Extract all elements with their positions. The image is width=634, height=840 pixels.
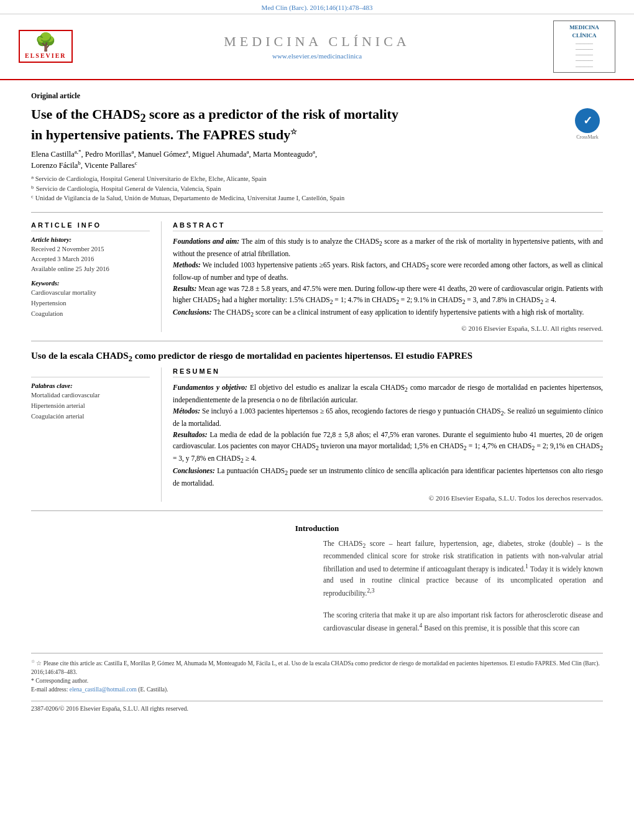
article-history-label: Article history: (31, 236, 150, 243)
authors: Elena Castillaa,*, Pedro Morillasa, Manu… (31, 149, 603, 170)
citation-bar: Med Clin (Barc). 2016;146(11):478–483 (0, 0, 634, 14)
keyword-3: Coagulation (31, 309, 150, 320)
star-footnote: ☆ ☆ Please cite this article as: Castill… (31, 658, 603, 677)
resumen-header: RESUMEN (173, 367, 603, 377)
affil-c: ᶜ Unidad de Vigilancia de la Salud, Unió… (31, 193, 603, 203)
journal-title: MEDICINA CLÍNICA (99, 34, 535, 50)
intro-right-col: The CHADS2 score – heart failure, hypert… (323, 538, 603, 634)
journal-url: www.elsevier.es/medicinaclinica (99, 52, 535, 60)
resultados-label: Resultados: (173, 431, 209, 438)
affil-a: ᵃ Servicio de Cardiología, Hospital Gene… (31, 174, 603, 184)
foundations-label: Foundations and aim: (173, 238, 242, 245)
badge-title: MEDICINACLÍNICA (556, 24, 612, 39)
article-title: Use of the CHADS2 score as a predictor o… (31, 106, 559, 144)
resumen-section: Palabras clave: Mortalidad cardiovascula… (31, 367, 603, 502)
keyword-2: Hypertension (31, 298, 150, 309)
title-section: Use of the CHADS2 score as a predictor o… (31, 106, 603, 144)
journal-header: 🌳 ELSEVIER MEDICINA CLÍNICA www.elsevier… (0, 14, 634, 80)
journal-title-center: MEDICINA CLÍNICA www.elsevier.es/medicin… (99, 34, 535, 60)
results-label: Results: (173, 285, 198, 292)
metodos-text: Se incluyó a 1.003 pacientes hipertensos… (173, 407, 603, 427)
elsevier-logo: 🌳 ELSEVIER (19, 30, 99, 63)
article-info-header: ARTICLE INFO (31, 221, 150, 231)
metodos-label: Métodos: (173, 407, 202, 415)
page: Med Clin (Barc). 2016;146(11):478–483 🌳 … (0, 0, 634, 840)
keyword-1: Cardiovascular mortality (31, 288, 150, 298)
conclusions-label: Conclusions: (173, 308, 214, 316)
intro-para2: The scoring criteria that make it up are… (323, 610, 603, 634)
medicina-clinica-badge: MEDICINACLÍNICA ––––––––––––––––––––––––… (553, 21, 615, 73)
abstract-text: Foundations and aim: The aim of this stu… (173, 236, 603, 320)
introduction-section: Introduction The CHADS2 score – heart fa… (31, 524, 603, 634)
accepted-date: Accepted 3 March 2016 (31, 254, 150, 264)
main-content: Original article Use of the CHADS2 score… (0, 80, 634, 723)
article-info-col: ARTICLE INFO Article history: Received 2… (31, 221, 162, 332)
email-footnote: E-mail address: elena_castilla@hotmail.c… (31, 685, 603, 694)
badge-lines: –––––––––––––––––––––––––––––––––––––––– (556, 41, 612, 69)
divider-2 (31, 341, 603, 341)
conclusiones-label: Conclusiones: (173, 467, 217, 474)
corresponding-footnote: * Corresponding author. (31, 676, 603, 685)
intro-title: Introduction (31, 524, 603, 533)
crossmark-badge: ✓ CrossMark (572, 108, 603, 140)
spanish-section: Uso de la escala CHADS2 como predictor d… (31, 350, 603, 502)
spanish-title: Uso de la escala CHADS2 como predictor d… (31, 350, 603, 364)
abstract-header: ABSTRACT (173, 221, 603, 231)
keywords-label: Keywords: (31, 280, 150, 287)
citation-text: Med Clin (Barc). 2016;146(11):478–483 (261, 4, 372, 11)
palabra-3: Coagulación arterial (31, 412, 150, 422)
crossmark-label: CrossMark (576, 134, 599, 140)
abstract-section: ARTICLE INFO Article history: Received 2… (31, 221, 603, 332)
spanish-copyright: © 2016 Elsevier España, S.L.U. Todos los… (173, 494, 603, 502)
palabras-col: Palabras clave: Mortalidad cardiovascula… (31, 367, 162, 502)
methods-text: We included 1003 hypertensive patients ≥… (173, 261, 603, 281)
resumen-col: RESUMEN Fundamentos y objetivo: El objet… (162, 367, 603, 502)
divider-3 (31, 510, 603, 511)
journal-badge-right: MEDICINACLÍNICA ––––––––––––––––––––––––… (535, 21, 615, 73)
intro-body: The CHADS2 score – heart failure, hypert… (31, 538, 603, 634)
elsevier-box: 🌳 ELSEVIER (19, 30, 73, 63)
divider-1 (31, 212, 603, 213)
issn-bar: 2387-0206/© 2016 Elsevier España, S.L.U.… (31, 701, 603, 712)
available-date: Available online 25 July 2016 (31, 264, 150, 274)
affil-b: ᵇ Servicio de Cardiología, Hospital Gene… (31, 184, 603, 194)
fundamentos-label: Fundamentos y objetivo: (173, 384, 250, 391)
intro-left-col (31, 538, 311, 634)
palabra-2: Hipertensión arterial (31, 401, 150, 412)
email-link[interactable]: elena_castilla@hotmail.com (70, 686, 137, 693)
elsevier-tree-icon: 🌳 (35, 34, 57, 51)
crossmark-icon: ✓ (575, 108, 600, 133)
resumen-text: Fundamentos y objetivo: El objetivo del … (173, 382, 603, 489)
affiliations: ᵃ Servicio de Cardiología, Hospital Gene… (31, 174, 603, 203)
elsevier-label: ELSEVIER (25, 52, 67, 59)
resultados-text: La media de edad de la población fue 72,… (173, 431, 603, 462)
palabras-label: Palabras clave: (31, 382, 150, 389)
results-text: Mean age was 72.8 ± 5.8 years, and 47.5%… (173, 285, 603, 303)
palabra-1: Mortalidad cardiovascular (31, 390, 150, 401)
footnote-section: ☆ ☆ Please cite this article as: Castill… (31, 653, 603, 712)
article-type: Original article (31, 91, 603, 101)
methods-label: Methods: (173, 261, 203, 269)
abstract-col: ABSTRACT Foundations and aim: The aim of… (162, 221, 603, 332)
intro-para1: The CHADS2 score – heart failure, hypert… (323, 538, 603, 599)
resumen-placeholder (31, 367, 150, 377)
received-date: Received 2 November 2015 (31, 244, 150, 254)
conclusiones-text: La puntuación CHADS2 puede ser un instru… (173, 467, 603, 487)
conclusions-text: The CHADS2 score can be a clinical instr… (214, 308, 584, 316)
abstract-copyright: © 2016 Elsevier España, S.L.U. All right… (173, 325, 603, 332)
